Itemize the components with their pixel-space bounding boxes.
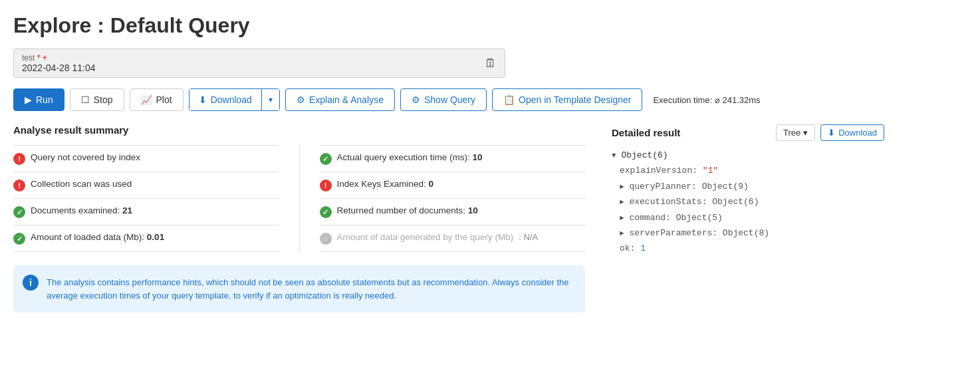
download-split-button: ⬇ Download ▾ [189, 88, 280, 111]
plot-button[interactable]: 📈 Plot [130, 88, 184, 111]
list-item: ✓ Returned number of documents: 10 [320, 199, 586, 225]
tree-key: ok: [620, 243, 640, 253]
info-icon: i [23, 275, 39, 291]
info-box: i The analysis contains performance hint… [13, 265, 585, 313]
list-item: ○ Amount of data generated by the query … [320, 225, 586, 252]
tree-row: ok: 1 [612, 241, 884, 256]
download-label: Download [211, 94, 252, 105]
analyse-col-left: ! Query not covered by index ! Collectio… [13, 145, 279, 252]
query-bar-label: test * + [22, 53, 96, 63]
content-area: Analyse result summary ! Query not cover… [13, 124, 967, 313]
show-query-icon: ⚙ [412, 94, 420, 105]
query-label-text: test [22, 53, 35, 63]
error-icon: ! [320, 180, 332, 192]
run-icon: ▶ [25, 94, 32, 105]
result-text: Documents examined: 21 [31, 205, 132, 215]
page-title: Explore : Default Query [13, 13, 967, 38]
plot-label: Plot [156, 94, 172, 105]
stop-icon: ☐ [81, 94, 90, 105]
divider [299, 145, 300, 252]
stop-button[interactable]: ☐ Stop [70, 88, 124, 111]
analyse-section-title: Analyse result summary [13, 124, 585, 136]
info-box-text: The analysis contains performance hints,… [47, 277, 569, 301]
analyse-col-right: ✓ Actual query execution time (ms): 10 !… [320, 145, 586, 252]
right-panel: Detailed result Tree ▾ ⬇ Download ▼ Obje… [598, 124, 884, 313]
result-text: Returned number of documents: 10 [337, 205, 478, 215]
download-main-button[interactable]: ⬇ Download [189, 89, 261, 110]
list-item: ! Query not covered by index [13, 145, 279, 172]
open-template-label: Open in Template Designer [519, 94, 631, 105]
chevron-down-icon: ▾ [269, 95, 273, 104]
tree-row: ► serverParameters: Object(8) [612, 225, 884, 241]
explain-analyse-button[interactable]: ⚙ Explain & Analyse [285, 88, 395, 111]
tree-expand-icon[interactable]: ► [620, 229, 624, 237]
tree-expand-icon[interactable]: ► [620, 214, 624, 222]
download-icon: ⬇ [199, 94, 207, 105]
tree-dropdown-button[interactable]: Tree ▾ [776, 124, 815, 141]
neutral-icon: ○ [320, 233, 332, 245]
tree-key: command: Object(5) [629, 213, 722, 223]
result-text: Amount of loaded data (Mb): 0.01 [31, 232, 164, 242]
download-label: Download [838, 128, 877, 138]
result-text: Amount of data generated by the query (M… [337, 232, 539, 242]
run-button[interactable]: ▶ Run [13, 88, 64, 111]
explain-label: Explain & Analyse [309, 94, 384, 105]
toolbar: ▶ Run ☐ Stop 📈 Plot ⬇ Download ▾ ⚙ Expla… [13, 88, 967, 111]
tree-expand-icon[interactable]: ► [620, 198, 624, 206]
detailed-download-button[interactable]: ⬇ Download [820, 124, 884, 141]
explain-icon: ⚙ [297, 94, 305, 105]
tree-value: 1 [640, 243, 646, 253]
stop-label: Stop [94, 94, 113, 105]
list-item: ✓ Actual query execution time (ms): 10 [320, 145, 586, 172]
result-text: Query not covered by index [31, 152, 140, 162]
show-query-button[interactable]: ⚙ Show Query [400, 88, 487, 111]
tree-row: explainVersion: "1" [612, 163, 884, 178]
download-icon: ⬇ [828, 128, 835, 138]
left-panel: Analyse result summary ! Query not cover… [13, 124, 598, 313]
detailed-result-header: Detailed result Tree ▾ ⬇ Download [612, 124, 884, 141]
success-icon: ✓ [13, 206, 25, 218]
tree-row: ► executionStats: Object(6) [612, 194, 884, 209]
tree-expand-icon[interactable]: ► [620, 183, 624, 191]
tree-key: queryPlanner: Object(9) [629, 182, 748, 192]
download-arrow-button[interactable]: ▾ [261, 89, 279, 110]
result-text: Actual query execution time (ms): 10 [337, 152, 483, 162]
error-icon: ! [13, 180, 25, 192]
error-icon: ! [13, 153, 25, 165]
list-item: ! Collection scan was used [13, 172, 279, 199]
plot-icon: 📈 [141, 94, 152, 105]
result-text: Collection scan was used [31, 179, 132, 189]
success-icon: ✓ [13, 233, 25, 245]
query-bar-date: 2022-04-28 11:04 [22, 63, 96, 73]
tree-value: "1" [703, 166, 718, 176]
tree-collapse-icon[interactable]: ▼ [612, 152, 616, 160]
tree-row: ► command: Object(5) [612, 210, 884, 225]
list-item: ✓ Amount of loaded data (Mb): 0.01 [13, 225, 279, 252]
tree-key: explainVersion: [620, 166, 703, 176]
detailed-result-title: Detailed result [612, 127, 680, 138]
analyse-two-col: ! Query not covered by index ! Collectio… [13, 145, 585, 252]
open-template-button[interactable]: 📋 Open in Template Designer [492, 88, 642, 111]
execution-time: Execution time: ⌀ 241.32ms [653, 95, 760, 105]
success-icon: ✓ [320, 153, 332, 165]
tree-row: ► queryPlanner: Object(9) [612, 179, 884, 194]
result-text: Index Keys Examined: 0 [337, 179, 434, 189]
tree-row: ▼ Object(6) [612, 148, 884, 163]
list-item: ! Index Keys Examined: 0 [320, 172, 586, 199]
tree-label: Tree [783, 128, 800, 138]
query-bar: test * + 2022-04-28 11:04 🗓 [13, 49, 505, 78]
tree-key: serverParameters: Object(8) [629, 228, 769, 238]
template-icon: 📋 [503, 94, 515, 105]
success-icon: ✓ [320, 206, 332, 218]
tree-view: ▼ Object(6) explainVersion: "1" ► queryP… [612, 148, 884, 257]
query-bar-asterisk: * + [37, 53, 47, 63]
chevron-down-icon: ▾ [803, 128, 808, 138]
tree-key: executionStats: Object(6) [629, 197, 759, 207]
list-item: ✓ Documents examined: 21 [13, 199, 279, 225]
show-query-label: Show Query [424, 94, 475, 105]
calendar-icon[interactable]: 🗓 [485, 57, 497, 70]
tree-node-label: Object(6) [621, 150, 668, 160]
detailed-result-controls: Tree ▾ ⬇ Download [776, 124, 884, 141]
run-label: Run [36, 94, 53, 105]
